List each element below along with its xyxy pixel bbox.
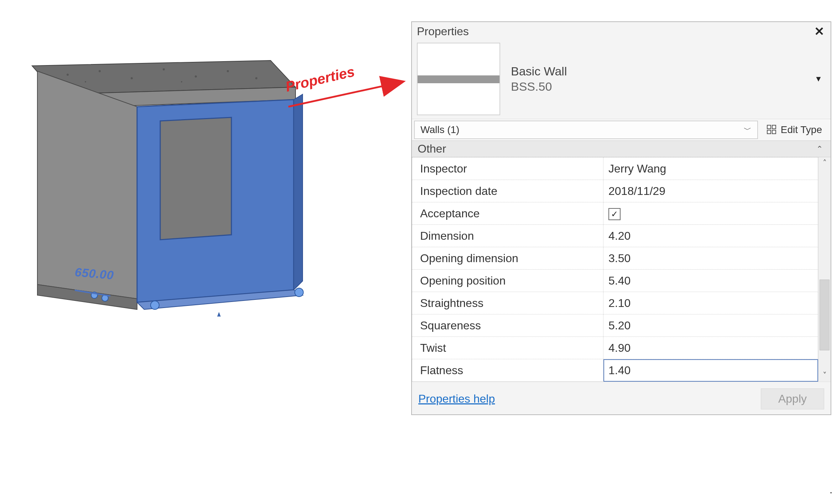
svg-point-8 <box>255 77 257 79</box>
svg-point-6 <box>195 75 197 78</box>
property-label: Inspection date <box>412 180 603 202</box>
svg-point-9 <box>85 81 86 83</box>
scroll-up-icon[interactable]: ˄ <box>823 157 827 169</box>
property-value[interactable]: Jerry Wang <box>603 158 818 180</box>
property-row: Dimension4.20 <box>412 225 818 247</box>
svg-rect-25 <box>767 125 771 129</box>
panel-title: Properties <box>417 25 469 38</box>
properties-table: InspectorJerry WangInspection date2018/1… <box>412 157 818 382</box>
property-row: Flatness1.40 <box>412 359 818 382</box>
svg-rect-26 <box>772 125 776 129</box>
property-row: Inspection date2018/11/29 <box>412 180 818 202</box>
svg-marker-14 <box>294 94 303 290</box>
element-filter-dropdown[interactable]: Walls (1) ﹀ <box>414 121 758 139</box>
scrollbar[interactable]: ˄ ˅ <box>818 157 831 382</box>
scroll-thumb[interactable] <box>820 280 830 350</box>
type-selector-row[interactable]: Basic Wall BSS.50 ▼ <box>412 41 831 119</box>
svg-point-5 <box>163 68 165 70</box>
chevron-down-icon[interactable]: ▼ <box>811 74 826 84</box>
trailing-period: . <box>830 484 832 496</box>
type-family-label: Basic Wall <box>511 64 811 78</box>
svg-marker-11 <box>37 71 137 299</box>
svg-point-17 <box>151 301 159 309</box>
property-value[interactable]: 4.90 <box>603 337 818 359</box>
property-row: Acceptance✓ <box>412 202 818 225</box>
property-row: Squareness5.20 <box>412 314 818 337</box>
apply-button[interactable]: Apply <box>761 388 824 409</box>
edit-type-button[interactable]: Edit Type <box>760 121 828 139</box>
property-value[interactable]: 5.20 <box>603 314 818 337</box>
property-label: Straightness <box>412 292 603 314</box>
property-label: Opening dimension <box>412 247 603 270</box>
property-value[interactable]: 5.40 <box>603 270 818 292</box>
svg-marker-21 <box>214 313 224 317</box>
property-label: Opening position <box>412 270 603 292</box>
property-label: Squareness <box>412 314 603 337</box>
property-label: Twist <box>412 337 603 359</box>
checkbox-icon[interactable]: ✓ <box>608 208 621 220</box>
edit-type-label: Edit Type <box>781 124 822 136</box>
property-value[interactable]: 1.40 <box>603 359 818 382</box>
type-thumbnail-icon <box>417 43 500 115</box>
svg-point-2 <box>67 74 69 76</box>
close-icon[interactable]: ✕ <box>813 24 826 38</box>
property-value[interactable]: 3.50 <box>603 247 818 270</box>
model-viewport[interactable]: 650.00 <box>14 25 306 317</box>
property-row: Opening position5.40 <box>412 270 818 292</box>
element-filter-label: Walls (1) <box>420 124 459 136</box>
property-row: Opening dimension3.50 <box>412 247 818 270</box>
svg-point-10 <box>181 81 182 83</box>
scroll-down-icon[interactable]: ˅ <box>823 370 827 382</box>
property-value[interactable]: 2.10 <box>603 292 818 314</box>
group-header-label: Other <box>418 142 446 155</box>
property-value[interactable]: 2018/11/29 <box>603 180 818 202</box>
svg-point-7 <box>227 70 229 72</box>
property-row: Straightness2.10 <box>412 292 818 314</box>
properties-panel: Properties ✕ Basic Wall BSS.50 ▼ Walls (… <box>411 21 831 415</box>
property-value[interactable]: 4.20 <box>603 225 818 247</box>
svg-rect-28 <box>772 130 776 134</box>
type-name-label: BSS.50 <box>511 80 811 94</box>
svg-point-18 <box>295 288 303 297</box>
svg-marker-15 <box>160 117 231 240</box>
property-value[interactable]: ✓ <box>603 202 818 225</box>
properties-help-link[interactable]: Properties help <box>418 392 495 405</box>
group-header-other[interactable]: Other ⌃ <box>412 140 831 157</box>
chevron-down-icon: ﹀ <box>744 124 752 135</box>
svg-point-3 <box>99 70 101 72</box>
svg-rect-27 <box>767 130 771 134</box>
property-label: Dimension <box>412 225 603 247</box>
property-label: Inspector <box>412 158 603 180</box>
collapse-icon[interactable]: ⌃ <box>814 144 825 154</box>
property-row: InspectorJerry Wang <box>412 158 818 180</box>
property-row: Twist4.90 <box>412 337 818 359</box>
edit-type-icon <box>767 124 777 135</box>
panel-titlebar: Properties ✕ <box>412 22 831 41</box>
property-label: Acceptance <box>412 202 603 225</box>
svg-point-4 <box>131 77 133 79</box>
property-label: Flatness <box>412 359 603 382</box>
